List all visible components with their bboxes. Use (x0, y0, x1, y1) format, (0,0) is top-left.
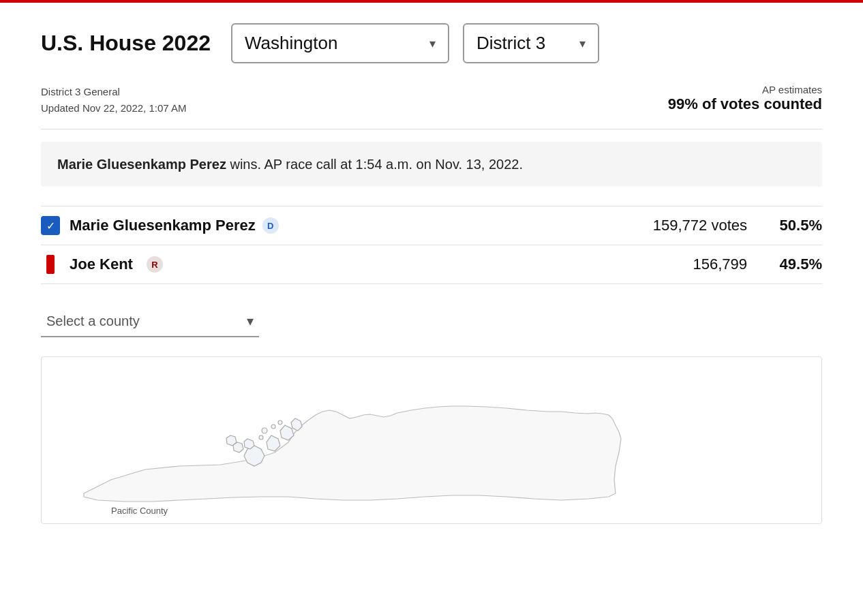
checkmark-icon: ✓ (41, 216, 60, 235)
loser-indicator (41, 255, 60, 274)
candidates-section: ✓ Marie Gluesenkamp Perez D 159,772 vote… (41, 206, 822, 284)
candidate-votes-winner: 159,772 votes (653, 217, 747, 234)
candidate-name-winner: Marie Gluesenkamp Perez (70, 217, 256, 234)
county-placeholder: Select a county (46, 313, 140, 329)
candidate-name-loser: Joe Kent (70, 256, 133, 273)
county-dropdown[interactable]: Select a county ▾ (41, 306, 259, 337)
meta-left: District 3 General Updated Nov 22, 2022,… (41, 84, 186, 117)
district-dropdown-value: District 3 (476, 33, 545, 54)
svg-point-1 (271, 425, 275, 429)
county-section: Select a county ▾ (41, 306, 822, 337)
washington-map-svg: Pacific County (42, 371, 821, 521)
page-title: U.S. House 2022 (41, 31, 211, 56)
candidate-pct-winner: 50.5% (774, 217, 822, 234)
votes-counted: 99% of votes counted (668, 95, 822, 113)
county-chevron-icon: ▾ (247, 313, 254, 329)
svg-point-3 (259, 435, 263, 440)
district-dropdown[interactable]: District 3 ▾ (463, 23, 599, 63)
ap-estimates-label: AP estimates (668, 84, 822, 95)
svg-text:Pacific County: Pacific County (111, 506, 168, 516)
party-badge-d: D (262, 217, 279, 234)
district-dropdown-chevron: ▾ (579, 36, 586, 51)
red-bar-icon (46, 255, 55, 274)
map-svg-container: Pacific County (42, 357, 821, 523)
candidate-row-loser: Joe Kent R 156,799 49.5% (41, 245, 822, 284)
party-badge-r: R (147, 256, 163, 273)
svg-point-0 (262, 428, 267, 433)
svg-point-2 (278, 420, 282, 425)
page-container: U.S. House 2022 Washington ▾ District 3 … (0, 3, 863, 551)
updated-time: Updated Nov 22, 2022, 1:07 AM (41, 100, 186, 117)
map-section: Pacific County (41, 356, 822, 524)
candidate-stats-winner: 159,772 votes 50.5% (653, 217, 822, 234)
state-dropdown[interactable]: Washington ▾ (231, 23, 449, 63)
candidate-votes-loser: 156,799 (693, 256, 747, 273)
winner-indicator: ✓ (41, 216, 60, 235)
header-row: U.S. House 2022 Washington ▾ District 3 … (41, 23, 822, 63)
candidate-row-winner: ✓ Marie Gluesenkamp Perez D 159,772 vote… (41, 206, 822, 245)
race-call-winner: Marie Gluesenkamp Perez (57, 157, 226, 172)
race-call-banner: Marie Gluesenkamp Perez wins. AP race ca… (41, 142, 822, 187)
candidate-stats-loser: 156,799 49.5% (693, 256, 822, 273)
race-call-text: wins. AP race call at 1:54 a.m. on Nov. … (226, 157, 523, 172)
candidate-pct-loser: 49.5% (774, 256, 822, 273)
state-dropdown-chevron: ▾ (429, 36, 436, 51)
race-title: District 3 General (41, 84, 186, 100)
state-dropdown-value: Washington (245, 33, 337, 54)
meta-row: District 3 General Updated Nov 22, 2022,… (41, 84, 822, 129)
meta-right: AP estimates 99% of votes counted (668, 84, 822, 113)
